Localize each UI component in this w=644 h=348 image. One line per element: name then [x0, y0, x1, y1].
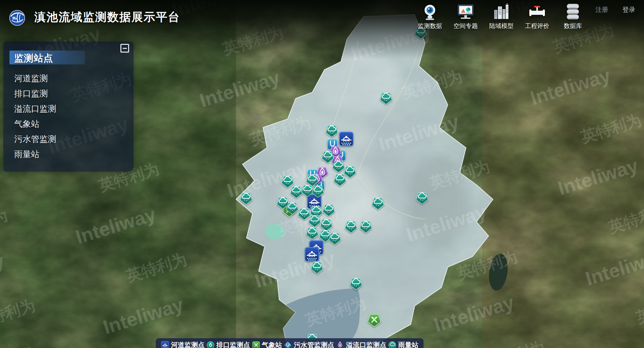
map-marker-rain[interactable] — [239, 191, 253, 205]
legend-item-sewage[interactable]: 污水管监测点 — [284, 341, 334, 348]
rain-marker-icon — [415, 191, 429, 205]
rain-marker-icon — [333, 173, 347, 186]
company-logo-icon[interactable] — [9, 10, 25, 26]
legend-item-label: 排口监测点 — [216, 341, 250, 348]
map-marker-weather[interactable] — [367, 312, 382, 327]
map-legend: 河道监测点 排口监测点 气象站 污水管监测点 溢流口监测点 雨量站 — [156, 338, 423, 348]
app: 英特利为 Inteliway — [0, 0, 644, 348]
nav-item-label: 空间专题 — [453, 22, 478, 30]
nav-item-label: 工程评价 — [525, 22, 549, 30]
nav-item-spatial-theme[interactable]: 空间专题 — [448, 3, 484, 30]
sewage-legend-icon — [284, 341, 292, 348]
map-marker-rain[interactable] — [415, 191, 429, 205]
nav-item-land-model[interactable]: 陆域模型 — [484, 3, 519, 30]
monitoring-stations-panel: 监测站点 河道监测排口监测溢流口监测气象站污水管监测雨量站 — [3, 41, 134, 172]
rain-marker-icon — [305, 226, 319, 240]
map-marker-rain[interactable] — [359, 220, 373, 233]
pipe-valve-icon — [528, 3, 546, 21]
legend-item-outfall[interactable]: 排口监测点 — [206, 341, 250, 348]
nav-item-database[interactable]: 数据库 — [555, 3, 591, 30]
map-marker-rain[interactable] — [310, 260, 324, 274]
rain-legend-icon — [388, 341, 397, 348]
map-marker-river[interactable] — [304, 246, 320, 262]
map-marker-river[interactable] — [339, 131, 354, 147]
panel-title[interactable]: 监测站点 — [14, 52, 53, 65]
rain-marker-icon — [328, 231, 342, 245]
map-marker-rain[interactable] — [328, 231, 342, 245]
monitor-chart-icon — [457, 3, 475, 21]
sidebar-item-weather[interactable]: 气象站 — [14, 116, 56, 132]
legend-item-label: 溢流口监测点 — [346, 341, 386, 348]
nav-item-label: 数据库 — [564, 22, 582, 30]
register-link[interactable]: 注册 — [595, 5, 608, 14]
river-marker-icon — [304, 246, 320, 262]
minimize-icon — [123, 48, 127, 49]
nav-item-label: 陆域模型 — [489, 22, 514, 30]
map-marker-rain[interactable] — [305, 226, 319, 240]
database-icon — [564, 3, 582, 21]
river-legend-icon — [161, 341, 169, 348]
map-marker-rain[interactable] — [322, 203, 336, 217]
legend-item-river[interactable]: 河道监测点 — [161, 341, 205, 348]
river-marker-icon — [339, 131, 354, 147]
rain-marker-icon — [311, 184, 325, 198]
rain-marker-icon — [349, 277, 363, 290]
weather-legend-icon — [252, 341, 260, 348]
nav-item-label: 监测数据 — [418, 22, 442, 30]
map-marker-rain[interactable] — [325, 124, 339, 138]
weather-marker-icon — [367, 312, 382, 327]
outfall-legend-icon — [206, 341, 215, 348]
page-title: 滇池流域监测数据展示平台 — [34, 9, 180, 25]
legend-item-rain[interactable]: 雨量站 — [388, 341, 418, 348]
sidebar-item-rain[interactable]: 雨量站 — [14, 147, 56, 162]
sidebar-item-outfall[interactable]: 排口监测 — [14, 86, 56, 101]
rain-marker-icon — [359, 220, 373, 233]
rain-marker-icon — [325, 124, 339, 138]
legend-item-weather[interactable]: 气象站 — [252, 341, 282, 348]
sidebar-item-sewage[interactable]: 污水管监测 — [14, 132, 56, 147]
nav-item-project-eval[interactable]: 工程评价 — [519, 3, 555, 30]
legend-item-overflow[interactable]: 溢流口监测点 — [336, 341, 386, 348]
map-marker-rain[interactable] — [349, 277, 363, 290]
legend-item-label: 气象站 — [262, 341, 282, 348]
sidebar-item-river[interactable]: 河道监测 — [14, 71, 56, 86]
rain-marker-icon — [239, 191, 253, 205]
rain-marker-icon — [344, 220, 358, 233]
minimize-button[interactable] — [120, 44, 129, 53]
sidebar-item-overflow[interactable]: 溢流口监测 — [14, 101, 56, 116]
map-marker-rain[interactable] — [371, 196, 385, 210]
rain-marker-icon — [371, 196, 385, 210]
login-link[interactable]: 登录 — [622, 5, 635, 14]
nav-item-monitor-data[interactable]: 监测数据 — [412, 3, 448, 30]
webcam-icon — [421, 3, 439, 21]
legend-item-label: 雨量站 — [398, 341, 418, 348]
rain-marker-icon — [310, 260, 324, 274]
map-marker-rain[interactable] — [379, 91, 393, 105]
map-marker-rain[interactable] — [311, 184, 325, 198]
rain-marker-icon — [379, 91, 393, 105]
auth-links: 注册 登录 — [595, 5, 635, 14]
header-nav: 监测数据 空间专题 陆域模型 工程评价 数据库 — [412, 3, 591, 30]
rain-marker-icon — [322, 203, 336, 217]
overflow-legend-icon — [336, 341, 344, 348]
legend-item-label: 河道监测点 — [171, 341, 205, 348]
map-marker-rain[interactable] — [333, 173, 347, 186]
legend-item-label: 污水管监测点 — [294, 341, 334, 348]
city-buildings-icon — [492, 3, 510, 21]
map-marker-rain[interactable] — [344, 220, 358, 233]
sidebar-menu: 河道监测排口监测溢流口监测气象站污水管监测雨量站 — [14, 71, 56, 162]
